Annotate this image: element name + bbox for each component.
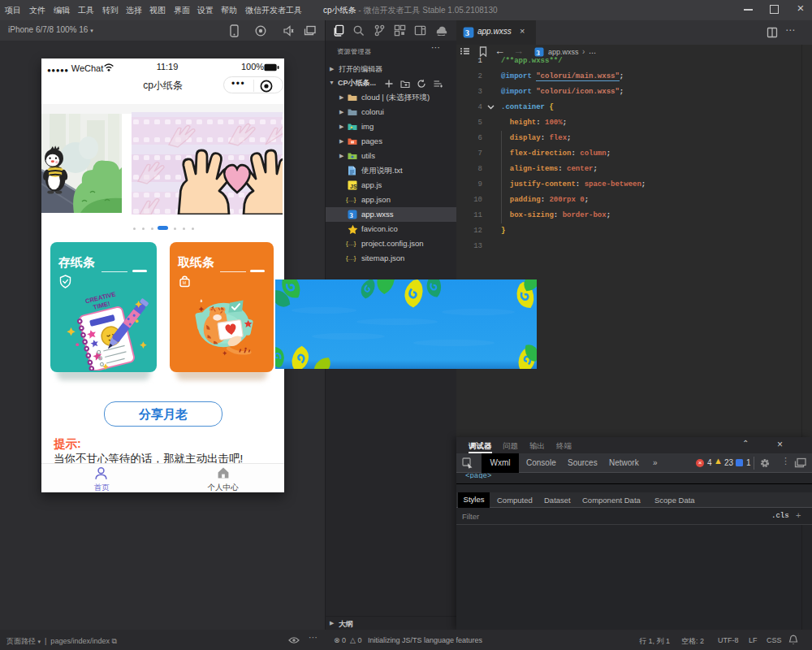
svg-text:JS: JS: [350, 184, 357, 189]
svg-text:M: M: [183, 280, 186, 285]
svg-text:3: 3: [350, 211, 353, 219]
